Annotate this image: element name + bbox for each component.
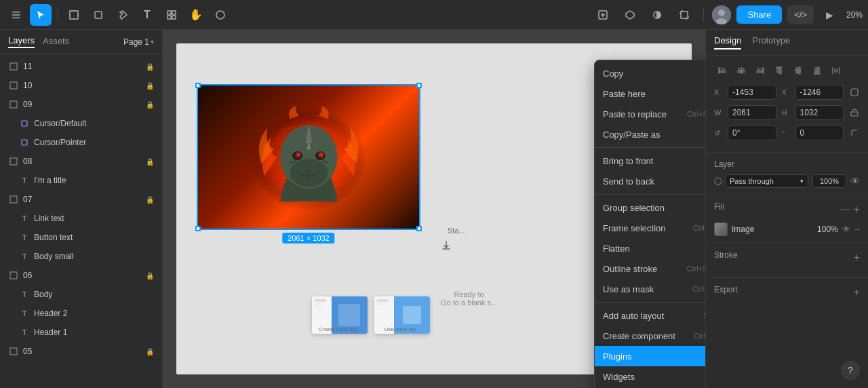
layer-item[interactable]: T Body bbox=[0, 285, 162, 304]
menu-paste-replace-label: Paste to replace bbox=[603, 109, 667, 119]
menu-paste-here[interactable]: Paste here bbox=[595, 83, 705, 104]
components-tool[interactable] bbox=[161, 4, 182, 26]
corner-type[interactable] bbox=[849, 125, 860, 141]
menu-send-back[interactable]: Send to back [ bbox=[595, 171, 705, 191]
align-center-h[interactable] bbox=[733, 62, 749, 79]
code-button[interactable]: </> bbox=[787, 5, 814, 24]
rotation-value[interactable]: 0° bbox=[728, 125, 776, 140]
play-button[interactable]: ▶ bbox=[819, 4, 841, 26]
remove-fill[interactable]: − bbox=[854, 224, 860, 235]
frame-tool[interactable] bbox=[63, 4, 85, 26]
add-stroke[interactable]: + bbox=[854, 252, 860, 264]
layer-item[interactable]: 11 🔒 bbox=[0, 57, 162, 76]
tab-design[interactable]: Design bbox=[714, 35, 741, 50]
layer-item[interactable]: 10 🔒 bbox=[0, 76, 162, 95]
menu-auto-layout[interactable]: Add auto layout Shift+A bbox=[595, 305, 705, 326]
contrast-icon[interactable] bbox=[646, 4, 668, 26]
user-avatar[interactable] bbox=[712, 5, 731, 24]
layer-item[interactable]: T Body small bbox=[0, 247, 162, 266]
share-button[interactable]: Share bbox=[736, 5, 782, 24]
align-bottom[interactable] bbox=[809, 62, 825, 79]
add-fill[interactable]: + bbox=[854, 203, 860, 216]
menu-copy-paste-as[interactable]: Copy/Paste as bbox=[595, 124, 705, 144]
shape-tool[interactable] bbox=[87, 4, 109, 26]
align-left[interactable] bbox=[714, 62, 730, 79]
menu-plugins[interactable]: Plugins bbox=[595, 346, 705, 366]
menu-outline[interactable]: Outline stroke Ctrl+Shift+O bbox=[595, 258, 705, 279]
comment-tool[interactable] bbox=[210, 4, 231, 26]
layer-item[interactable]: Cursor/Pointer bbox=[0, 133, 162, 152]
svg-rect-19 bbox=[681, 12, 688, 18]
constrain-proportions[interactable] bbox=[849, 84, 860, 100]
crop-icon[interactable] bbox=[673, 4, 695, 26]
layer-item[interactable]: T Header 2 bbox=[0, 304, 162, 323]
menu-flatten[interactable]: Flatten Ctrl+E bbox=[595, 238, 705, 258]
menu-paste-replace[interactable]: Paste to replace Ctrl+Shift+R bbox=[595, 104, 705, 124]
menu-group[interactable]: Group selection Ctrl+G bbox=[595, 197, 705, 218]
pen-tool[interactable] bbox=[112, 4, 134, 26]
text-tool[interactable]: T bbox=[136, 4, 158, 26]
menu-frame-sel[interactable]: Frame selection Ctrl+Alt+G bbox=[595, 218, 705, 238]
corner-value[interactable]: 0 bbox=[795, 125, 844, 140]
layer-item[interactable]: 06 🔒 bbox=[0, 266, 162, 285]
layer-list: 11 🔒 10 🔒 09 🔒 Cursor/Default bbox=[0, 54, 162, 388]
selected-frame[interactable]: 2061 × 1032 bbox=[197, 84, 420, 230]
context-menu: Copy Ctrl+C Paste here Paste to replace … bbox=[594, 60, 705, 388]
fill-options[interactable]: ⋯ bbox=[840, 204, 850, 215]
thumbnail-03[interactable]: 03 Create color sty... bbox=[312, 296, 368, 334]
align-right[interactable] bbox=[752, 62, 768, 79]
main-menu-icon[interactable] bbox=[5, 4, 27, 26]
left-panel: Layers Assets Page 1 ▾ 11 🔒 10 🔒 bbox=[0, 30, 163, 388]
layer-item[interactable]: T Header 1 bbox=[0, 323, 162, 342]
tab-layers[interactable]: Layers bbox=[8, 35, 35, 48]
blend-row: Pass through ▾ 100% 👁 bbox=[714, 174, 860, 188]
svg-rect-25 bbox=[10, 101, 17, 108]
resize-handle-tl[interactable] bbox=[195, 83, 201, 88]
constraint-icon[interactable] bbox=[592, 4, 614, 26]
layer-item[interactable]: Cursor/Default bbox=[0, 114, 162, 133]
tab-assets[interactable]: Assets bbox=[43, 36, 69, 47]
layer-item[interactable]: T Button text bbox=[0, 228, 162, 247]
y-value[interactable]: -1246 bbox=[795, 85, 844, 100]
menu-bring-front[interactable]: Bring to front ] bbox=[595, 151, 705, 171]
page-selector[interactable]: Page 1 ▾ bbox=[123, 37, 154, 47]
opacity-field[interactable]: 100% bbox=[812, 174, 846, 188]
menu-use-mask[interactable]: Use as mask Ctrl+Alt+M bbox=[595, 279, 705, 299]
cursor-tool[interactable] bbox=[30, 4, 52, 26]
fill-visibility[interactable]: 👁 bbox=[842, 225, 850, 234]
menu-auto-layout-label: Add auto layout bbox=[603, 311, 664, 321]
layer-item[interactable]: 09 🔒 bbox=[0, 95, 162, 114]
lock-aspect-ratio[interactable] bbox=[849, 104, 860, 121]
text-icon: T bbox=[19, 308, 30, 319]
hand-tool[interactable]: ✋ bbox=[185, 4, 207, 26]
tab-prototype[interactable]: Prototype bbox=[752, 35, 790, 50]
fill-swatch[interactable] bbox=[714, 222, 728, 236]
distribute-h[interactable] bbox=[828, 62, 844, 79]
stroke-title: Stroke bbox=[714, 250, 738, 260]
h-value[interactable]: 1032 bbox=[795, 105, 844, 120]
layer-item[interactable]: 07 🔒 bbox=[0, 190, 162, 209]
layer-name: 10 bbox=[23, 81, 142, 90]
visibility-toggle[interactable]: 👁 bbox=[850, 176, 860, 187]
menu-widgets[interactable]: Widgets bbox=[595, 366, 705, 387]
help-button[interactable]: ? bbox=[841, 361, 860, 380]
menu-create-component[interactable]: Create component Ctrl+Alt+K bbox=[595, 326, 705, 346]
menu-use-mask-shortcut: Ctrl+Alt+M bbox=[692, 285, 705, 293]
x-value[interactable]: -1453 bbox=[728, 85, 776, 100]
resize-handle-tr[interactable] bbox=[416, 83, 422, 88]
plugin-icon[interactable] bbox=[619, 4, 641, 26]
menu-copy[interactable]: Copy Ctrl+C bbox=[595, 63, 705, 83]
canvas-area[interactable]: 2061 × 1032 Sta... 03 bbox=[163, 30, 705, 388]
layer-item[interactable]: T Link text bbox=[0, 209, 162, 228]
w-value[interactable]: 2061 bbox=[728, 105, 776, 120]
resize-handle-bl[interactable] bbox=[195, 226, 201, 231]
add-export[interactable]: + bbox=[854, 286, 860, 298]
resize-handle-br[interactable] bbox=[416, 226, 422, 231]
layer-item[interactable]: 08 🔒 bbox=[0, 152, 162, 171]
thumbnail-04[interactable]: 04 Use color sty... bbox=[374, 296, 430, 334]
layer-item[interactable]: 05 🔒 bbox=[0, 342, 162, 361]
align-center-v[interactable] bbox=[790, 62, 806, 79]
align-top[interactable] bbox=[771, 62, 787, 79]
blend-mode-select[interactable]: Pass through ▾ bbox=[725, 174, 808, 188]
layer-item[interactable]: T I'm a title bbox=[0, 171, 162, 190]
